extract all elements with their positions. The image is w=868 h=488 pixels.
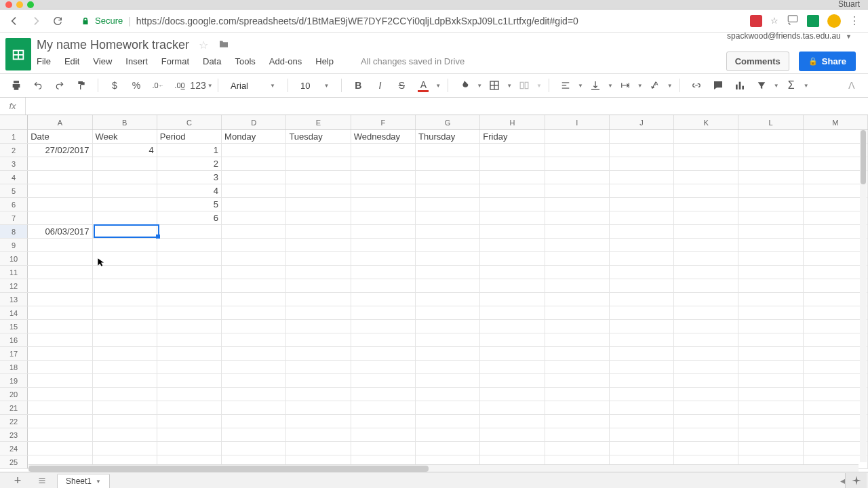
bold-button[interactable]: B <box>349 76 368 95</box>
cell[interactable] <box>480 361 545 373</box>
cell[interactable] <box>480 239 545 251</box>
cell[interactable] <box>351 415 416 428</box>
cell[interactable] <box>674 144 738 157</box>
cell[interactable] <box>93 442 157 455</box>
cell[interactable] <box>93 171 157 184</box>
cell[interactable] <box>610 361 674 373</box>
cell[interactable] <box>545 306 610 319</box>
insert-chart-icon[interactable] <box>730 76 749 95</box>
row-header[interactable]: 14 <box>0 306 28 319</box>
cell[interactable] <box>416 320 480 333</box>
cell[interactable] <box>28 415 92 428</box>
format-currency[interactable]: $ <box>105 76 124 95</box>
cell[interactable] <box>545 198 610 211</box>
cell[interactable] <box>222 184 286 197</box>
cell[interactable] <box>674 374 738 387</box>
valign-button[interactable] <box>586 76 605 95</box>
cell[interactable] <box>738 171 803 184</box>
cell[interactable] <box>28 442 92 455</box>
star-icon[interactable]: ☆ <box>770 16 778 26</box>
drive-ext-icon[interactable] <box>807 15 819 27</box>
cell[interactable] <box>545 211 610 224</box>
cell[interactable] <box>351 320 416 333</box>
cell[interactable] <box>610 157 674 170</box>
row-header[interactable]: 2 <box>0 144 28 157</box>
cell[interactable] <box>610 252 674 265</box>
cell[interactable] <box>93 184 157 197</box>
cell[interactable] <box>610 279 674 292</box>
cell[interactable] <box>286 415 351 428</box>
column-header-B[interactable]: B <box>93 115 157 129</box>
cell[interactable] <box>93 239 157 251</box>
cell[interactable] <box>157 279 222 292</box>
cell[interactable] <box>286 184 351 197</box>
cell[interactable] <box>674 293 738 306</box>
cell[interactable] <box>222 401 286 414</box>
cell[interactable] <box>480 198 545 211</box>
cell[interactable] <box>157 306 222 319</box>
cell[interactable] <box>804 388 868 401</box>
cell[interactable] <box>738 184 803 197</box>
cell[interactable] <box>222 225 286 238</box>
cell[interactable] <box>804 279 868 292</box>
cell[interactable]: 2 <box>157 157 222 170</box>
cell[interactable] <box>480 144 545 157</box>
format-more[interactable]: 123▼ <box>192 76 211 95</box>
cell[interactable] <box>610 171 674 184</box>
cell[interactable] <box>545 130 610 143</box>
cell[interactable] <box>28 198 92 211</box>
cell[interactable] <box>804 252 868 265</box>
font-select[interactable]: Arial▼ <box>225 81 281 91</box>
merge-button[interactable] <box>515 76 534 95</box>
cell[interactable] <box>416 211 480 224</box>
star-doc-icon[interactable]: ☆ <box>199 39 208 52</box>
row-header[interactable]: 21 <box>0 401 28 414</box>
cell[interactable] <box>28 211 92 224</box>
row-header[interactable]: 17 <box>0 347 28 360</box>
cell[interactable] <box>416 252 480 265</box>
cell[interactable] <box>222 442 286 455</box>
cell[interactable]: Monday <box>222 130 286 143</box>
cell[interactable] <box>28 157 92 170</box>
cell[interactable] <box>738 198 803 211</box>
cell[interactable] <box>738 361 803 373</box>
cell[interactable] <box>416 279 480 292</box>
cell[interactable] <box>545 184 610 197</box>
cell[interactable] <box>222 347 286 360</box>
cell[interactable] <box>222 266 286 279</box>
cell[interactable] <box>351 428 416 441</box>
row-header[interactable]: 16 <box>0 333 28 346</box>
cell[interactable] <box>222 293 286 306</box>
cell[interactable] <box>738 374 803 387</box>
cell[interactable] <box>674 279 738 292</box>
cell[interactable] <box>222 198 286 211</box>
merge-dropdown[interactable]: ▼ <box>536 83 542 89</box>
cell[interactable] <box>157 388 222 401</box>
cell[interactable] <box>674 333 738 346</box>
redo-icon[interactable] <box>50 76 69 95</box>
cell[interactable] <box>480 171 545 184</box>
fill-color-button[interactable] <box>455 76 474 95</box>
cell[interactable] <box>157 401 222 414</box>
cell[interactable] <box>416 347 480 360</box>
column-header-C[interactable]: C <box>157 115 222 129</box>
cell[interactable] <box>738 293 803 306</box>
cell[interactable] <box>480 320 545 333</box>
cell[interactable] <box>480 157 545 170</box>
cell[interactable] <box>545 239 610 251</box>
cell[interactable] <box>610 144 674 157</box>
cell[interactable] <box>351 239 416 251</box>
cell[interactable] <box>28 252 92 265</box>
cell[interactable] <box>157 415 222 428</box>
cell[interactable] <box>804 333 868 346</box>
hscroll-thumb[interactable] <box>28 466 429 472</box>
cell[interactable] <box>286 252 351 265</box>
vertical-scrollbar[interactable] <box>860 130 867 462</box>
column-header-K[interactable]: K <box>674 115 738 129</box>
cell[interactable] <box>480 266 545 279</box>
cell[interactable] <box>351 442 416 455</box>
select-all-corner[interactable] <box>0 115 28 129</box>
cell[interactable] <box>804 184 868 197</box>
cell[interactable] <box>93 266 157 279</box>
cell[interactable] <box>157 428 222 441</box>
